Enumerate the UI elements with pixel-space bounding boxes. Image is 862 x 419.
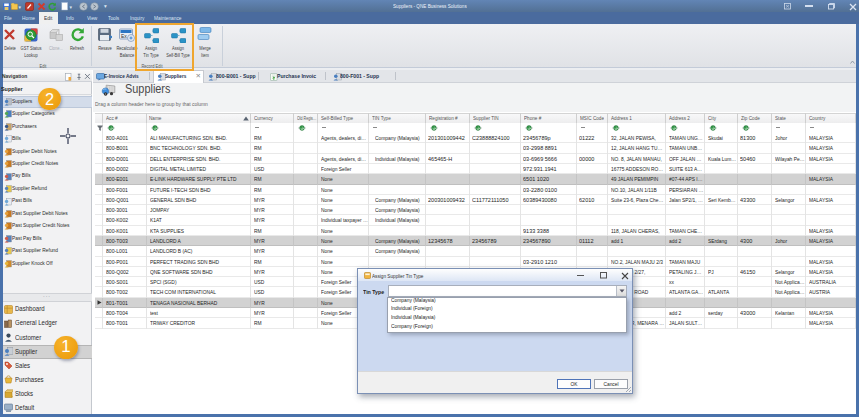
svg-text:Ex: Ex: [121, 33, 127, 39]
